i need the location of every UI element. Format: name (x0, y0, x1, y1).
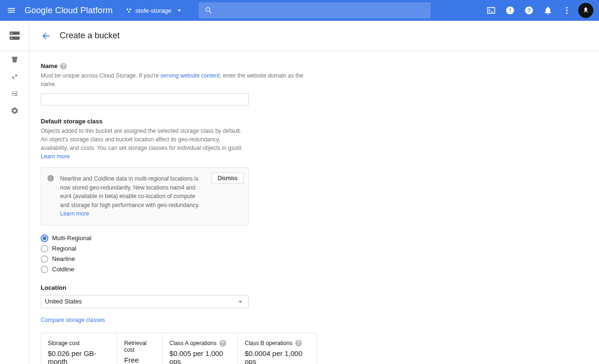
transfer-icon (10, 72, 19, 81)
svg-point-10 (566, 12, 567, 14)
serving-website-content-link[interactable]: serving website content (160, 72, 220, 79)
radio-multi-regional[interactable]: Multi-Regional (41, 233, 311, 243)
utilities-menu-button[interactable] (557, 1, 576, 20)
gear-icon (10, 106, 19, 115)
nav-transfer[interactable] (0, 68, 29, 85)
compare-storage-classes-link[interactable]: Compare storage classes (41, 317, 105, 323)
svg-rect-5 (510, 12, 511, 13)
project-name: stofe-storage (135, 7, 171, 14)
cost-header: Retrieval cost (124, 340, 156, 353)
topbar: Google Cloud Platform stofe-storage ? (0, 0, 599, 21)
bell-icon (543, 6, 553, 15)
cost-cell: Class A operations?$0.005 per 1,000 ops (162, 333, 238, 364)
storage-class-learn-more-link[interactable]: Learn more (41, 153, 70, 160)
account-avatar[interactable] (578, 3, 593, 18)
storage-icon (8, 29, 21, 43)
name-help-icon[interactable]: ? (60, 63, 67, 69)
info-box-text: Nearline and Coldline data in multi-regi… (60, 175, 200, 208)
dismiss-button[interactable]: Dismiss (211, 173, 244, 184)
svg-point-0 (127, 9, 129, 10)
search-input[interactable] (199, 2, 431, 18)
left-nav (0, 21, 29, 364)
svg-rect-18 (50, 176, 51, 177)
help-icon[interactable]: ? (220, 340, 226, 347)
radio-nearline[interactable]: Nearline (41, 254, 311, 264)
radio-coldline[interactable]: Coldline (41, 264, 311, 275)
cost-cell: Class B operations?$0.0004 per 1,000 ops (238, 333, 317, 364)
more-vert-icon (562, 6, 572, 15)
alert-icon (505, 6, 515, 15)
back-button[interactable] (41, 31, 51, 41)
help-icon[interactable]: ? (295, 340, 302, 347)
caret-down-icon (236, 297, 245, 306)
radio-icon (41, 234, 48, 242)
menu-icon (7, 6, 16, 15)
project-selector[interactable]: stofe-storage (126, 6, 184, 15)
search-icon (204, 6, 213, 15)
cost-header: Storage cost (48, 340, 110, 347)
svg-rect-4 (510, 8, 511, 11)
radio-icon (41, 266, 48, 273)
svg-point-13 (11, 33, 12, 34)
cloud-shell-button[interactable] (482, 1, 501, 20)
main-content: Create a bucket Name ? Must be unique ac… (29, 21, 599, 364)
cost-cell: Storage cost$0.026 per GB-month (41, 333, 117, 364)
cost-value: $0.026 per GB-month (48, 349, 110, 364)
storage-section-icon[interactable] (0, 21, 29, 51)
storage-class-label: Default storage class (41, 118, 103, 125)
cost-value: $0.0004 per 1,000 ops (245, 349, 310, 364)
nav-transfer-appliance[interactable] (0, 85, 29, 102)
radio-label: Multi-Regional (52, 234, 91, 242)
bucket-icon (10, 55, 19, 64)
cost-value: $0.005 per 1,000 ops (169, 349, 231, 364)
help-button[interactable]: ? (520, 1, 538, 20)
product-name: Google Cloud Platform (25, 6, 113, 16)
cost-cell: Retrieval costFree (117, 333, 162, 364)
hamburger-menu-button[interactable] (6, 5, 17, 16)
alert-button[interactable] (501, 1, 520, 20)
nav-settings[interactable] (0, 102, 29, 119)
page-title: Create a bucket (60, 31, 120, 41)
avatar-icon (581, 5, 591, 16)
appliance-icon (10, 89, 19, 98)
name-label: Name (41, 62, 57, 69)
bucket-name-input[interactable] (41, 93, 249, 105)
radio-regional[interactable]: Regional (41, 243, 311, 254)
radio-icon (41, 245, 48, 252)
cost-header: Class B operations? (245, 340, 310, 347)
location-label: Location (41, 284, 66, 291)
svg-point-8 (566, 7, 567, 9)
svg-point-1 (130, 9, 132, 10)
svg-point-14 (11, 37, 12, 38)
radio-label: Nearline (52, 255, 75, 262)
nav-browser[interactable] (0, 51, 29, 68)
project-icon (126, 7, 132, 14)
info-box: Dismiss Nearline and Coldline data in mu… (41, 167, 249, 225)
svg-point-2 (128, 11, 130, 13)
cost-value: Free (124, 356, 156, 364)
cost-header: Class A operations? (169, 340, 231, 347)
storage-class-hint: Objects added to this bucket are assigne… (41, 127, 249, 161)
radio-icon (41, 255, 48, 263)
location-value: United States (45, 298, 82, 305)
page-header: Create a bucket (29, 21, 599, 51)
svg-rect-15 (12, 57, 18, 58)
notifications-button[interactable] (538, 1, 557, 20)
svg-text:?: ? (527, 7, 530, 13)
info-box-learn-more-link[interactable]: Learn more (60, 210, 89, 217)
caret-down-icon (175, 6, 184, 15)
location-select[interactable]: United States (41, 295, 249, 308)
help-icon: ? (524, 6, 534, 15)
svg-rect-17 (50, 178, 51, 180)
name-hint: Must be unique across Cloud Storage. If … (41, 71, 311, 88)
svg-point-9 (566, 9, 567, 11)
cloud-shell-icon (486, 6, 496, 15)
radio-label: Regional (52, 245, 76, 252)
info-icon (47, 174, 54, 182)
arrow-back-icon (41, 31, 51, 41)
radio-label: Coldline (52, 266, 74, 273)
